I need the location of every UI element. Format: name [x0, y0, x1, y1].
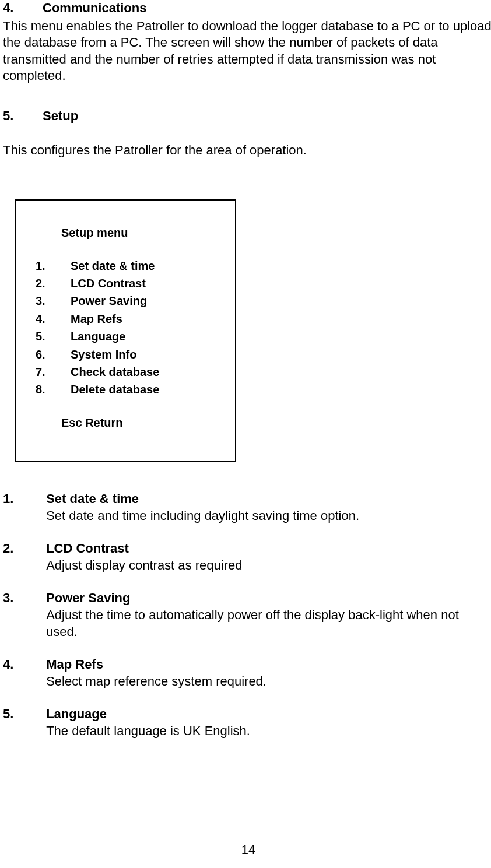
menu-item: 8.Delete database [36, 381, 221, 398]
definition-number: 5. [3, 706, 43, 723]
menu-item: 5.Language [36, 328, 221, 345]
definition-row: 3. Power Saving Adjust the time to autom… [3, 590, 491, 640]
definition-number: 2. [3, 540, 43, 557]
definition-body: Set date and time including daylight sav… [46, 508, 359, 523]
definition-title: Language [46, 707, 107, 721]
section-5-body: This configures the Patroller for the ar… [3, 142, 491, 159]
definition-row: 5. Language The default language is UK E… [3, 706, 491, 739]
menu-item: 4.Map Refs [36, 310, 221, 328]
definition-row: 1. Set date & time Set date and time inc… [3, 491, 491, 524]
setup-menu-title: Setup menu [61, 224, 221, 241]
page-number: 14 [3, 842, 491, 859]
definition-body: Adjust display contrast as required [46, 558, 242, 572]
menu-item: 3.Power Saving [36, 292, 221, 310]
definition-body: Select map reference system required. [46, 674, 266, 688]
section-4-heading: 4.Communications [3, 0, 491, 17]
definition-number: 4. [3, 656, 43, 673]
section-5-title: Setup [43, 108, 78, 123]
section-4-title: Communications [43, 1, 146, 15]
definition-number: 1. [3, 491, 43, 508]
setup-menu-footer: Esc Return [61, 414, 221, 431]
definition-title: Power Saving [46, 591, 130, 605]
definition-title: LCD Contrast [46, 541, 129, 556]
setup-menu-box: Setup menu 1.Set date & time 2.LCD Contr… [15, 199, 236, 462]
definition-title: Map Refs [46, 657, 103, 672]
section-5-number: 5. [3, 108, 43, 125]
setup-menu-list: 1.Set date & time 2.LCD Contrast 3.Power… [36, 257, 221, 399]
section-5-heading: 5.Setup [3, 108, 491, 125]
menu-item: 1.Set date & time [36, 257, 221, 275]
section-4-number: 4. [3, 0, 43, 17]
menu-item: 6.System Info [36, 346, 221, 363]
menu-item: 2.LCD Contrast [36, 275, 221, 292]
definition-row: 4. Map Refs Select map reference system … [3, 656, 491, 690]
definition-body: The default language is UK English. [46, 723, 250, 738]
menu-item: 7.Check database [36, 363, 221, 381]
definition-body: Adjust the time to automatically power o… [46, 607, 459, 639]
definition-number: 3. [3, 590, 43, 607]
section-4-body: This menu enables the Patroller to downl… [3, 18, 491, 85]
definition-row: 2. LCD Contrast Adjust display contrast … [3, 540, 491, 574]
definition-title: Set date & time [46, 491, 139, 506]
